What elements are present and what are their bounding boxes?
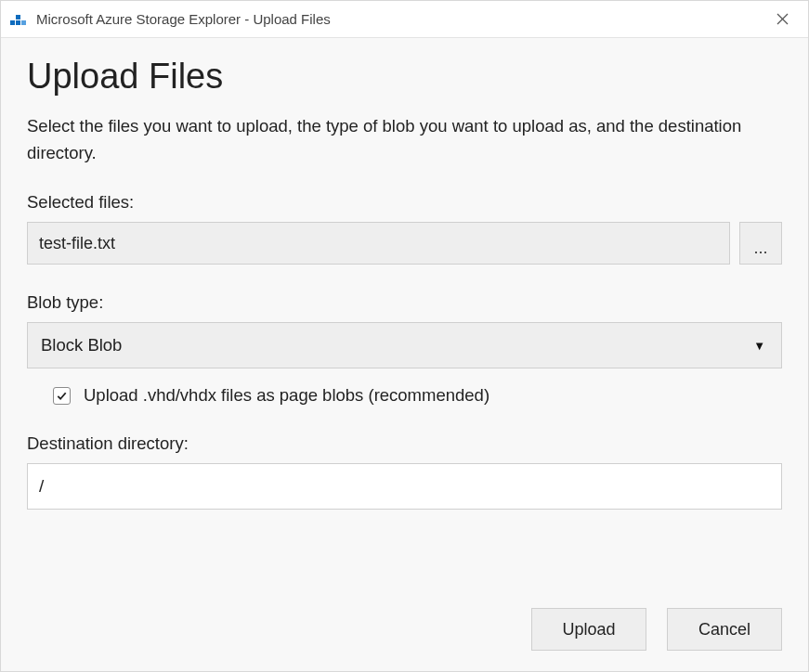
blob-type-label: Blob type: [27, 292, 782, 313]
close-button[interactable] [763, 1, 801, 37]
vhd-page-blob-option[interactable]: Upload .vhd/vhdx files as page blobs (re… [27, 385, 782, 406]
cancel-button[interactable]: Cancel [667, 608, 782, 651]
page-title: Upload Files [27, 57, 782, 97]
azure-storage-explorer-icon [10, 11, 27, 28]
selected-files-group: Selected files: test-file.txt ... [27, 192, 782, 265]
window-title: Microsoft Azure Storage Explorer - Uploa… [36, 11, 763, 27]
destination-label: Destination directory: [27, 433, 782, 454]
browse-files-button[interactable]: ... [739, 222, 782, 265]
svg-rect-2 [16, 15, 20, 19]
blob-type-select[interactable]: Block Blob [27, 322, 782, 368]
svg-rect-1 [16, 20, 20, 25]
upload-button[interactable]: Upload [531, 608, 646, 651]
vhd-checkbox-label: Upload .vhd/vhdx files as page blobs (re… [84, 385, 489, 406]
dialog-body: Upload Files Select the files you want t… [1, 38, 808, 671]
destination-group: Destination directory: [27, 433, 782, 510]
selected-files-label: Selected files: [27, 192, 782, 213]
blob-type-group: Blob type: Block Blob ▼ Upload .vhd/vhdx… [27, 292, 782, 406]
dialog-window: Microsoft Azure Storage Explorer - Uploa… [0, 0, 809, 672]
checkmark-icon [56, 390, 68, 402]
svg-rect-3 [21, 20, 26, 25]
vhd-checkbox[interactable] [53, 387, 71, 405]
destination-input[interactable] [27, 463, 782, 510]
close-icon [776, 13, 789, 25]
selected-files-display: test-file.txt [27, 222, 730, 265]
dialog-footer: Upload Cancel [27, 589, 782, 651]
titlebar: Microsoft Azure Storage Explorer - Uploa… [1, 1, 808, 38]
svg-rect-0 [10, 20, 15, 25]
page-description: Select the files you want to upload, the… [27, 113, 782, 166]
